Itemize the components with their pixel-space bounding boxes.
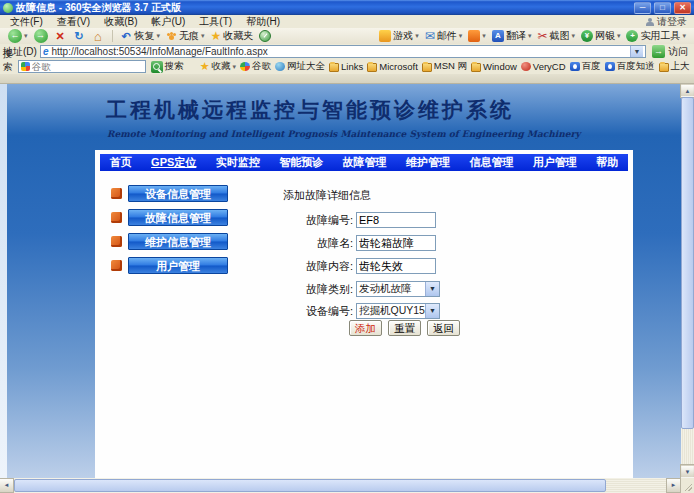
search-button[interactable]: 搜索 bbox=[148, 60, 187, 73]
nav-user-management[interactable]: 用户管理 bbox=[533, 155, 577, 170]
undo-icon: ↶ bbox=[120, 30, 133, 43]
fault-content-input[interactable] bbox=[356, 258, 436, 274]
bookmark-baidu-zhidao[interactable]: 百度知道 bbox=[604, 60, 656, 73]
bookmark-shangda[interactable]: 上大 bbox=[658, 60, 691, 73]
scroll-right-icon[interactable]: ► bbox=[667, 479, 680, 492]
bookmark-label: Window bbox=[483, 61, 517, 72]
ebank-button[interactable]: ¥ 网银 ▾ bbox=[578, 29, 624, 43]
equipment-number-select[interactable]: 挖掘机QUY1501 ▼ bbox=[356, 303, 440, 319]
bookmark-window[interactable]: Window bbox=[470, 61, 518, 72]
nav-maintenance-management[interactable]: 维护管理 bbox=[406, 155, 450, 170]
bookmark-url-daquan[interactable]: 网址大全 bbox=[274, 60, 326, 73]
vertical-scroll-thumb[interactable] bbox=[681, 97, 694, 429]
fault-category-select[interactable]: 发动机故障 ▼ bbox=[356, 281, 440, 297]
ebank-dropdown-icon[interactable]: ▾ bbox=[617, 32, 621, 40]
horizontal-scrollbar[interactable]: ◄ ► bbox=[0, 478, 681, 493]
refresh-button[interactable]: ↻ bbox=[70, 30, 89, 43]
mail-button[interactable]: ✉ 邮件 ▾ bbox=[422, 29, 466, 43]
mail-dropdown-icon[interactable]: ▾ bbox=[459, 32, 463, 40]
fault-name-input[interactable] bbox=[356, 235, 436, 251]
screenshot-dropdown-icon[interactable]: ▾ bbox=[571, 32, 575, 40]
login-button[interactable]: 请登录 bbox=[646, 15, 691, 29]
forward-button[interactable]: → bbox=[31, 29, 51, 43]
magnifier-icon bbox=[151, 61, 163, 73]
address-dropdown-icon[interactable]: ▼ bbox=[630, 46, 643, 57]
scroll-up-icon[interactable]: ▲ bbox=[681, 84, 694, 97]
bookmark-msn[interactable]: MSN 网 bbox=[421, 60, 468, 73]
translate-dropdown-icon[interactable]: ▾ bbox=[528, 32, 532, 40]
scroll-down-icon[interactable]: ▼ bbox=[681, 465, 694, 478]
favorites-button[interactable]: ★ 收藏夹 bbox=[208, 29, 257, 43]
dropdown-arrow-icon[interactable]: ▼ bbox=[425, 304, 439, 318]
orange-bullet-icon bbox=[111, 260, 122, 271]
folder-icon bbox=[422, 63, 432, 72]
stop-button[interactable]: ✕ bbox=[51, 30, 70, 43]
restore-button[interactable]: ↶ 恢复 ▾ bbox=[117, 29, 164, 43]
incognito-dropdown-icon[interactable]: ▾ bbox=[201, 32, 205, 40]
utilities-button[interactable]: + 实用工具 ▾ bbox=[623, 29, 689, 43]
bookmark-verycd[interactable]: VeryCD bbox=[520, 61, 567, 72]
bookmark-baidu[interactable]: 百度 bbox=[569, 60, 602, 73]
orange-bullet-icon bbox=[111, 212, 122, 223]
url-text[interactable]: http://localhost:50534/InfoManage/FaultI… bbox=[51, 46, 627, 57]
nav-help[interactable]: 帮助 bbox=[596, 155, 618, 170]
nav-smart-prognosis[interactable]: 智能预诊 bbox=[279, 155, 323, 170]
incognito-button[interactable]: 无痕 ▾ bbox=[163, 29, 208, 43]
translate-label: 翻译 bbox=[506, 29, 526, 43]
apps-dropdown-icon[interactable]: ▾ bbox=[482, 32, 486, 40]
apps-button[interactable]: ▾ bbox=[465, 30, 489, 42]
close-button[interactable]: ✕ bbox=[674, 2, 691, 14]
search-box[interactable] bbox=[18, 60, 146, 73]
add-button[interactable]: 添加 bbox=[349, 320, 382, 336]
back-dropdown-icon[interactable]: ▾ bbox=[24, 32, 28, 40]
app-icon bbox=[468, 30, 480, 42]
bookmark-label: Microsoft bbox=[379, 61, 418, 72]
home-button[interactable]: ⌂ bbox=[89, 30, 108, 43]
horizontal-scroll-thumb[interactable] bbox=[14, 479, 606, 492]
sidebar-item-maintenance-info[interactable]: 维护信息管理 bbox=[128, 233, 228, 250]
sidebar-item-fault-info[interactable]: 故障信息管理 bbox=[128, 209, 228, 226]
page-subtitle: Remote Monitoring and Intelligent Progno… bbox=[107, 129, 581, 139]
restore-dropdown-icon[interactable]: ▾ bbox=[157, 32, 161, 40]
back-button[interactable]: ← ▾ bbox=[5, 29, 31, 43]
menu-help[interactable]: 帮助(H) bbox=[239, 15, 287, 29]
menu-view[interactable]: 查看(V) bbox=[50, 15, 97, 29]
fault-number-input[interactable] bbox=[356, 212, 436, 228]
menu-file[interactable]: 文件(F) bbox=[3, 15, 50, 29]
nav-home[interactable]: 首页 bbox=[110, 155, 132, 170]
sidebar-item-user-management[interactable]: 用户管理 bbox=[128, 257, 228, 274]
reset-button[interactable]: 重置 bbox=[388, 320, 421, 336]
maximize-button[interactable]: □ bbox=[654, 2, 671, 14]
bookmark-microsoft[interactable]: Microsoft bbox=[366, 61, 419, 72]
sidebar-item-equipment-info[interactable]: 设备信息管理 bbox=[128, 185, 228, 202]
form-row-fault-name: 故障名: bbox=[275, 235, 436, 251]
bookmark-favorites[interactable]: ★ 收藏 ▾ bbox=[199, 60, 237, 73]
bookmark-links[interactable]: Links bbox=[328, 61, 364, 72]
search-input[interactable] bbox=[32, 61, 143, 72]
minimize-button[interactable]: ─ bbox=[634, 2, 651, 14]
nav-info-management[interactable]: 信息管理 bbox=[469, 155, 513, 170]
nav-realtime-monitor[interactable]: 实时监控 bbox=[216, 155, 260, 170]
app-360-icon bbox=[3, 3, 13, 13]
resize-grip bbox=[681, 478, 694, 493]
fault-category-label: 故障类别: bbox=[275, 282, 353, 297]
nav-gps[interactable]: GPS定位 bbox=[151, 155, 196, 170]
menu-favorites[interactable]: 收藏(B) bbox=[97, 15, 144, 29]
utilities-dropdown-icon[interactable]: ▾ bbox=[682, 32, 686, 40]
dropdown-arrow-icon[interactable]: ▼ bbox=[425, 282, 439, 296]
bookmark-guge[interactable]: 谷歌 bbox=[239, 60, 272, 73]
scroll-left-icon[interactable]: ◄ bbox=[0, 479, 13, 492]
go-button[interactable]: → 访问 bbox=[649, 45, 691, 59]
return-button[interactable]: 返回 bbox=[427, 320, 460, 336]
favorites-dropdown-icon[interactable]: ▾ bbox=[233, 63, 237, 71]
screenshot-button[interactable]: ✂ 截图 ▾ bbox=[534, 29, 578, 43]
translate-button[interactable]: A 翻译 ▾ bbox=[489, 29, 535, 43]
games-button[interactable]: 游戏 ▾ bbox=[376, 29, 422, 43]
games-dropdown-icon[interactable]: ▾ bbox=[415, 32, 419, 40]
menu-tools[interactable]: 工具(T) bbox=[192, 15, 239, 29]
vertical-scrollbar[interactable]: ▲ ▼ bbox=[681, 84, 694, 478]
speed-dial-button[interactable] bbox=[256, 30, 274, 42]
address-input[interactable]: e http://localhost:50534/InfoManage/Faul… bbox=[40, 45, 646, 58]
nav-fault-management[interactable]: 故障管理 bbox=[343, 155, 387, 170]
menu-account[interactable]: 帐户(U) bbox=[144, 15, 192, 29]
